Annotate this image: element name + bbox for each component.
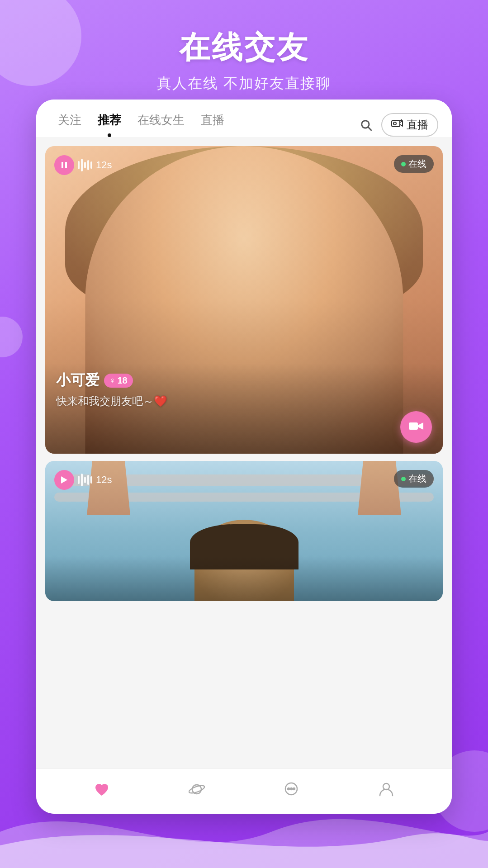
nav-messages[interactable] (274, 777, 308, 806)
svg-point-14 (293, 788, 295, 790)
card1-online-label: 在线 (408, 158, 426, 170)
audio-bars (78, 159, 92, 171)
card1-duration: 12s (96, 159, 112, 171)
nav-tabs: 关注 推荐 在线女生 直播 直播 (36, 100, 452, 137)
pause-button[interactable] (54, 155, 74, 175)
c2-bar-1 (78, 476, 80, 484)
pause-controls[interactable]: 12s (54, 155, 112, 175)
nav-profile[interactable] (369, 777, 403, 806)
heart-icon (94, 782, 110, 801)
online-dot-2 (401, 477, 406, 481)
bar-1 (78, 161, 80, 169)
card2-audio-bars (78, 474, 92, 486)
video-call-button[interactable] (400, 411, 432, 443)
c2-bar-2 (81, 474, 83, 486)
user-bio: 快来和我交朋友吧～❤️ (56, 394, 167, 408)
card2-online-badge: 在线 (394, 470, 434, 488)
search-icon[interactable] (356, 115, 376, 135)
card2-duration: 12s (96, 474, 112, 486)
bar-3 (84, 162, 86, 168)
gender-icon: ♀ (109, 376, 116, 385)
online-dot-1 (401, 162, 406, 166)
user-info: 小可爱 ♀ 18 快来和我交朋友吧～❤️ (56, 370, 167, 408)
svg-rect-6 (62, 162, 63, 168)
video-card-2[interactable]: 12s 在线 (45, 461, 443, 601)
gender-age-badge: ♀ 18 (104, 374, 133, 388)
planet-icon (189, 781, 205, 802)
chat-icon (283, 781, 299, 802)
card2-play-controls[interactable]: 12s (54, 470, 112, 490)
svg-point-3 (393, 122, 396, 125)
phone-card: 关注 推荐 在线女生 直播 直播 (36, 100, 452, 814)
card2-online-label: 在线 (408, 473, 426, 485)
c2-bar-4 (87, 475, 89, 485)
card1-online-badge: 在线 (394, 155, 434, 173)
user-icon (378, 781, 394, 802)
camera-plus-icon (391, 119, 403, 131)
play-button[interactable] (54, 470, 74, 490)
bottom-nav (36, 768, 452, 814)
live-button[interactable]: 直播 (381, 113, 438, 137)
live-btn-label: 直播 (407, 118, 428, 132)
svg-point-12 (288, 788, 289, 790)
tab-online-girls[interactable]: 在线女生 (129, 112, 193, 137)
bg-blob-mid-left (0, 317, 23, 357)
svg-rect-8 (409, 422, 418, 430)
tab-follow[interactable]: 关注 (50, 112, 90, 137)
content-area: 12s 在线 小可爱 ♀ 18 快来和我交朋友吧～❤️ (36, 137, 452, 811)
svg-rect-7 (65, 162, 67, 168)
c2-bar-5 (90, 476, 92, 484)
svg-point-13 (290, 788, 292, 790)
video-card-1[interactable]: 12s 在线 小可爱 ♀ 18 快来和我交朋友吧～❤️ (45, 146, 443, 454)
header-area: 在线交友 真人在线 不加好友直接聊 (0, 27, 488, 94)
card2-gradient (45, 556, 443, 601)
tab-live[interactable]: 直播 (193, 112, 232, 137)
bar-4 (87, 160, 89, 170)
user-age: 18 (118, 375, 128, 386)
nav-discover[interactable] (180, 777, 214, 806)
c2-bar-3 (84, 477, 86, 483)
user-name: 小可爱 (56, 370, 99, 390)
svg-point-10 (189, 784, 205, 795)
svg-line-1 (368, 127, 371, 130)
user-name-row: 小可爱 ♀ 18 (56, 370, 167, 390)
bar-2 (81, 159, 83, 171)
tab-recommend[interactable]: 推荐 (90, 112, 129, 137)
bar-5 (90, 161, 92, 169)
nav-home[interactable] (85, 777, 119, 806)
main-title: 在线交友 (0, 27, 488, 68)
sub-title: 真人在线 不加好友直接聊 (0, 74, 488, 94)
